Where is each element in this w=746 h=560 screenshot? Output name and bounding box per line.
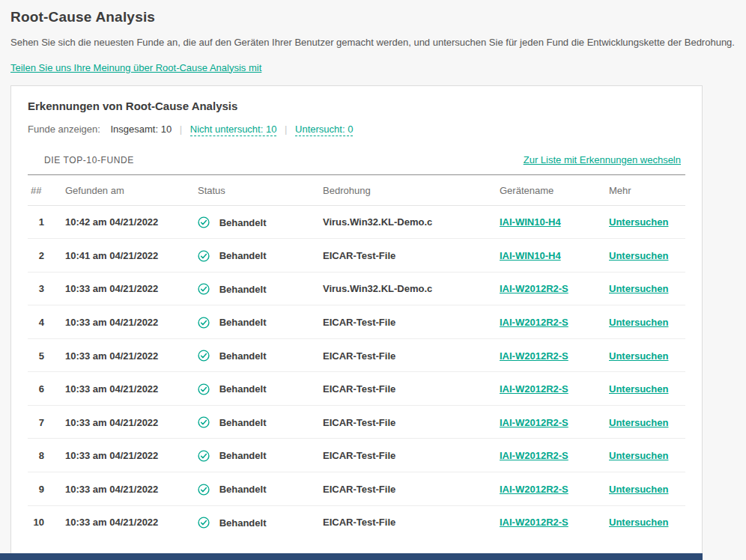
device-link[interactable]: IAI-WIN10-H4: [500, 216, 561, 228]
status-label: Behandelt: [219, 417, 267, 428]
switch-to-detection-list-link[interactable]: Zur Liste mit Erkennungen wechseln: [524, 154, 681, 165]
threat-name: Virus.Win32.KL-Demo.c: [323, 205, 500, 239]
row-number: 4: [28, 305, 65, 339]
detection-time: 10:33 am 04/21/2022: [65, 439, 198, 472]
threat-name: Virus.Win32.KL-Demo.c: [323, 272, 500, 305]
device-link[interactable]: IAI-WIN10-H4: [500, 250, 561, 261]
check-circle-icon: [198, 416, 210, 428]
threat-name: EICAR-Test-File: [323, 405, 500, 439]
action-cell: Untersuchen: [609, 439, 685, 472]
footer-bar: [0, 553, 703, 560]
detection-time: 10:33 am 04/21/2022: [65, 472, 198, 506]
row-number: 3: [28, 272, 65, 305]
status-cell: Behandelt: [198, 405, 323, 439]
status-label: Behandelt: [219, 517, 267, 529]
detection-time: 10:33 am 04/21/2022: [65, 505, 198, 538]
status-cell: Behandelt: [198, 338, 323, 372]
check-circle-icon: [198, 216, 210, 228]
action-cell: Untersuchen: [609, 472, 685, 506]
device-cell: IAI-W2012R2-S: [500, 272, 609, 305]
investigate-link[interactable]: Untersuchen: [609, 350, 668, 362]
table-row: 8 10:33 am 04/21/2022 Behandelt EICAR-Te…: [28, 439, 685, 472]
detection-time: 10:33 am 04/21/2022: [65, 372, 198, 406]
table-row: 6 10:33 am 04/21/2022 Behandelt EICAR-Te…: [28, 372, 685, 406]
row-number: 10: [28, 505, 65, 538]
status-cell: Behandelt: [198, 439, 323, 472]
status-label: Behandelt: [219, 217, 267, 228]
row-number: 7: [28, 405, 65, 439]
investigate-link[interactable]: Untersuchen: [609, 383, 668, 395]
status-label: Behandelt: [219, 350, 267, 362]
detections-panel: Erkennungen von Root-Cause Analysis Fund…: [10, 85, 703, 555]
status-cell: Behandelt: [198, 472, 323, 506]
investigate-link[interactable]: Untersuchen: [609, 317, 668, 328]
device-cell: IAI-WIN10-H4: [500, 239, 609, 273]
action-cell: Untersuchen: [609, 239, 685, 273]
filter-not-investigated-link[interactable]: Nicht untersucht: 10: [190, 124, 277, 136]
table-row: 3 10:33 am 04/21/2022 Behandelt Virus.Wi…: [28, 272, 685, 305]
header-detected-at: Gefunden am: [65, 175, 198, 206]
check-circle-icon: [198, 250, 210, 262]
table-row: 2 10:41 am 04/21/2022 Behandelt EICAR-Te…: [28, 239, 685, 273]
header-device: Gerätename: [500, 175, 609, 206]
status-label: Behandelt: [219, 284, 267, 295]
investigate-link[interactable]: Untersuchen: [609, 216, 668, 228]
page-description: Sehen Sie sich die neuesten Funde an, di…: [10, 35, 736, 50]
investigate-link[interactable]: Untersuchen: [609, 450, 668, 461]
table-row: 4 10:33 am 04/21/2022 Behandelt EICAR-Te…: [28, 305, 685, 339]
action-cell: Untersuchen: [609, 272, 685, 305]
status-cell: Behandelt: [198, 239, 323, 273]
investigate-link[interactable]: Untersuchen: [609, 283, 668, 294]
threat-name: EICAR-Test-File: [323, 338, 500, 372]
investigate-link[interactable]: Untersuchen: [609, 417, 668, 428]
status-cell: Behandelt: [198, 372, 323, 406]
panel-title: Erkennungen von Root-Cause Analysis: [28, 100, 685, 112]
investigate-link[interactable]: Untersuchen: [609, 250, 668, 261]
detection-time: 10:33 am 04/21/2022: [65, 272, 198, 305]
investigate-link[interactable]: Untersuchen: [609, 484, 668, 495]
detection-time: 10:41 am 04/21/2022: [65, 239, 198, 273]
device-link[interactable]: IAI-W2012R2-S: [500, 350, 568, 362]
device-cell: IAI-W2012R2-S: [500, 338, 609, 372]
device-link[interactable]: IAI-W2012R2-S: [500, 283, 568, 294]
table-row: 7 10:33 am 04/21/2022 Behandelt EICAR-Te…: [28, 405, 685, 439]
check-circle-icon: [198, 383, 210, 395]
filter-label: Funde anzeigen:: [28, 124, 100, 135]
table-row: 1 10:42 am 04/21/2022 Behandelt Virus.Wi…: [28, 205, 685, 239]
table-row: 5 10:33 am 04/21/2022 Behandelt EICAR-Te…: [28, 338, 685, 372]
feedback-link[interactable]: Teilen Sie uns Ihre Meinung über Root-Ca…: [10, 62, 261, 73]
check-circle-icon: [198, 283, 210, 295]
filter-investigated-link[interactable]: Untersucht: 0: [295, 124, 353, 136]
action-cell: Untersuchen: [609, 205, 685, 239]
action-cell: Untersuchen: [609, 505, 685, 538]
device-link[interactable]: IAI-W2012R2-S: [500, 517, 568, 528]
row-number: 5: [28, 338, 65, 372]
show-detections-filter: Funde anzeigen: Insgesamt: 10 | Nicht un…: [28, 124, 685, 135]
check-circle-icon: [198, 317, 210, 329]
device-link[interactable]: IAI-W2012R2-S: [500, 484, 568, 495]
page-title: Root-Cause Analysis: [10, 9, 736, 25]
device-cell: IAI-W2012R2-S: [500, 505, 609, 538]
check-circle-icon: [198, 450, 210, 462]
filter-separator: |: [180, 124, 182, 135]
status-cell: Behandelt: [198, 305, 323, 339]
investigate-link[interactable]: Untersuchen: [609, 517, 668, 528]
status-label: Behandelt: [219, 451, 267, 462]
device-link[interactable]: IAI-W2012R2-S: [500, 317, 568, 328]
action-cell: Untersuchen: [609, 372, 685, 406]
threat-name: EICAR-Test-File: [323, 472, 500, 506]
row-number: 8: [28, 439, 65, 472]
detection-time: 10:33 am 04/21/2022: [65, 405, 198, 439]
device-link[interactable]: IAI-W2012R2-S: [500, 417, 568, 428]
device-cell: IAI-W2012R2-S: [500, 405, 609, 439]
action-cell: Untersuchen: [609, 405, 685, 439]
device-cell: IAI-W2012R2-S: [500, 439, 609, 472]
detections-table: ## Gefunden am Status Bedrohung Gerätena…: [28, 175, 685, 539]
device-cell: IAI-W2012R2-S: [500, 305, 609, 339]
threat-name: EICAR-Test-File: [323, 305, 500, 339]
device-cell: IAI-WIN10-H4: [500, 205, 609, 239]
device-link[interactable]: IAI-W2012R2-S: [500, 383, 568, 395]
device-link[interactable]: IAI-W2012R2-S: [500, 450, 568, 461]
status-cell: Behandelt: [198, 205, 323, 239]
header-more: Mehr: [609, 175, 685, 206]
